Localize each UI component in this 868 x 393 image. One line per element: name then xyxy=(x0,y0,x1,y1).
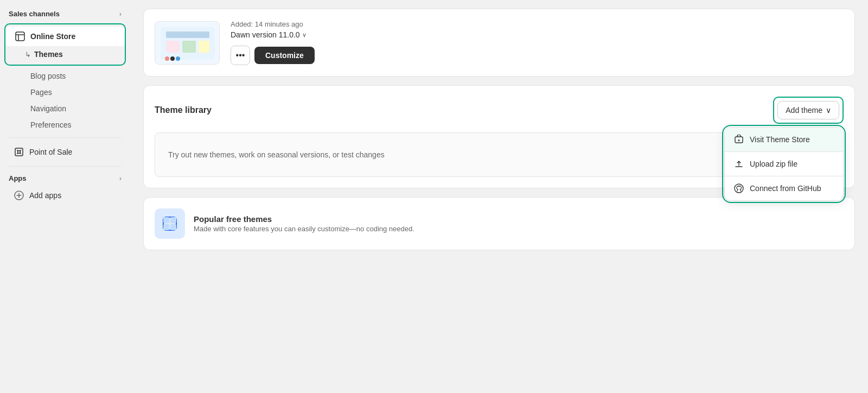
add-theme-dropdown: Visit Theme Store Upload zip file xyxy=(724,127,844,201)
svg-rect-16 xyxy=(163,217,169,223)
add-theme-wrapper: Add theme ∨ Visit T xyxy=(773,97,844,124)
dropdown-upload-zip[interactable]: Upload zip file xyxy=(725,152,843,176)
add-theme-chevron-icon: ∨ xyxy=(826,106,831,115)
version-chevron-icon: ∨ xyxy=(302,31,307,39)
sidebar-item-pos[interactable]: Point of Sale xyxy=(4,142,126,162)
add-theme-label: Add theme xyxy=(786,106,822,115)
online-store-icon xyxy=(14,30,26,42)
svg-rect-1 xyxy=(15,148,23,156)
apps-label: Apps xyxy=(9,174,27,182)
sales-channels-label: Sales channels xyxy=(9,10,60,18)
popular-themes-card: Popular free themes Made with core featu… xyxy=(143,197,855,250)
visit-store-icon xyxy=(733,134,744,145)
svg-point-11 xyxy=(170,56,175,61)
theme-library-title: Theme library xyxy=(155,105,212,115)
customize-button[interactable]: Customize xyxy=(254,47,315,64)
main-content: Added: 14 minutes ago Dawn version 11.0.… xyxy=(130,0,868,393)
svg-rect-6 xyxy=(166,31,209,38)
theme-added-text: Added: 14 minutes ago xyxy=(231,20,315,28)
svg-rect-0 xyxy=(16,32,24,41)
online-store-label: Online Store xyxy=(30,32,75,41)
popular-themes-text: Popular free themes Made with core featu… xyxy=(194,214,414,233)
sidebar-item-preferences[interactable]: Preferences xyxy=(4,117,126,133)
apps-section: Apps › xyxy=(0,171,130,186)
svg-rect-7 xyxy=(166,41,180,53)
sidebar-item-pages[interactable]: Pages xyxy=(4,84,126,100)
themes-label: Themes xyxy=(34,50,63,59)
theme-thumbnail xyxy=(155,21,220,65)
add-theme-button[interactable]: Add theme ∨ xyxy=(777,101,839,119)
svg-rect-18 xyxy=(163,224,169,230)
dots-icon: ••• xyxy=(236,50,245,60)
theme-library-card: Theme library Add theme ∨ xyxy=(143,85,855,188)
theme-thumbnail-inner xyxy=(155,22,219,64)
online-store-group: Online Store ↳ Themes xyxy=(4,23,126,66)
sidebar-item-navigation[interactable]: Navigation xyxy=(4,100,126,117)
svg-point-12 xyxy=(176,56,180,61)
sidebar-item-blog-posts[interactable]: Blog posts xyxy=(4,68,126,84)
library-empty-text: Try out new themes, work on seasonal ver… xyxy=(168,150,385,159)
sales-channels-chevron: › xyxy=(119,10,122,18)
connect-github-label: Connect from GitHub xyxy=(750,184,821,193)
svg-point-10 xyxy=(165,56,169,61)
sales-channels-section: Sales channels › xyxy=(0,7,130,21)
visit-store-label: Visit Theme Store xyxy=(750,135,810,144)
preferences-label: Preferences xyxy=(30,121,71,129)
theme-actions: ••• Customize xyxy=(231,46,315,65)
pos-icon xyxy=(13,146,25,158)
upload-icon xyxy=(733,159,744,169)
theme-version-text: Dawn version 11.0.0 xyxy=(231,30,300,39)
themes-arrow: ↳ xyxy=(25,50,31,59)
current-theme-row: Added: 14 minutes ago Dawn version 11.0.… xyxy=(155,20,844,65)
apps-chevron: › xyxy=(119,174,122,182)
dropdown-connect-github[interactable]: Connect from GitHub xyxy=(725,176,843,200)
svg-rect-19 xyxy=(170,224,176,230)
blog-posts-label: Blog posts xyxy=(30,72,66,80)
theme-version-row: Dawn version 11.0.0 ∨ xyxy=(231,30,315,39)
popular-themes-title: Popular free themes xyxy=(194,214,414,224)
sidebar-item-add-apps[interactable]: Add apps xyxy=(4,186,126,205)
sidebar-item-online-store[interactable]: Online Store xyxy=(5,27,125,46)
more-actions-button[interactable]: ••• xyxy=(231,46,250,65)
svg-rect-9 xyxy=(199,41,209,53)
svg-point-2 xyxy=(18,151,21,154)
add-theme-highlight: Add theme ∨ xyxy=(773,97,844,124)
theme-library-header: Theme library Add theme ∨ xyxy=(155,97,844,124)
add-apps-icon xyxy=(13,189,25,201)
dropdown-visit-store[interactable]: Visit Theme Store xyxy=(725,128,843,151)
current-theme-card: Added: 14 minutes ago Dawn version 11.0.… xyxy=(143,9,855,77)
svg-point-14 xyxy=(735,184,743,193)
github-icon xyxy=(733,183,744,194)
pos-label: Point of Sale xyxy=(29,148,72,156)
theme-info: Added: 14 minutes ago Dawn version 11.0.… xyxy=(231,20,315,65)
popular-themes-icon-box xyxy=(155,208,185,239)
add-apps-label: Add apps xyxy=(29,191,61,200)
popular-themes-description: Made with core features you can easily c… xyxy=(194,225,414,233)
sidebar-divider-2 xyxy=(9,166,122,167)
svg-rect-17 xyxy=(170,217,176,223)
svg-rect-8 xyxy=(182,41,196,53)
upload-zip-label: Upload zip file xyxy=(750,160,797,168)
sidebar-divider-1 xyxy=(9,137,122,138)
sidebar: Sales channels › Online Store ↳ Themes B… xyxy=(0,0,130,393)
sidebar-item-themes[interactable]: ↳ Themes xyxy=(8,46,123,62)
pages-label: Pages xyxy=(30,88,52,97)
navigation-label: Navigation xyxy=(30,104,66,113)
